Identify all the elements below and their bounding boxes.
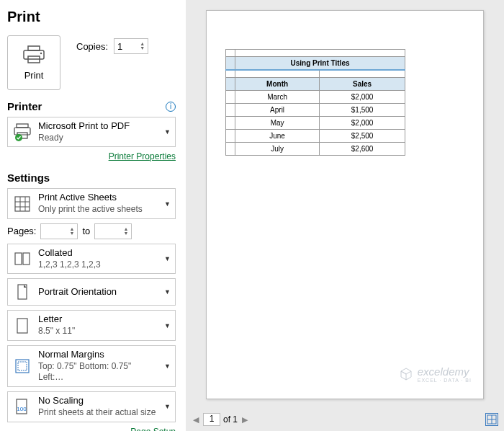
chevron-down-icon: ▼ <box>164 288 171 296</box>
copies-label: Copies: <box>76 41 108 52</box>
printer-section-head: Printer i <box>7 100 176 112</box>
svg-rect-8 <box>15 197 30 211</box>
preview-panel: Using Print Titles MonthSales March$2,00… <box>186 0 504 431</box>
margins-line2: Top: 0.75" Bottom: 0.75" Left:… <box>38 361 158 383</box>
svg-rect-16 <box>17 319 27 333</box>
page-total: of 1 <box>223 414 238 425</box>
settings-heading: Settings <box>7 172 50 184</box>
scope-line2: Only print the active sheets <box>38 204 158 216</box>
col-head-0: Month <box>235 77 320 90</box>
pages-to-label: to <box>82 226 90 236</box>
print-row: Print Copies: 1 ▲▼ <box>7 35 176 90</box>
table-title: Using Print Titles <box>235 57 405 71</box>
svg-text:100: 100 <box>17 406 27 412</box>
spinner-arrows-icon[interactable]: ▲▼ <box>70 227 75 236</box>
collate-line2: 1,2,3 1,2,3 1,2,3 <box>38 259 158 271</box>
settings-section-head: Settings <box>7 172 176 184</box>
portrait-icon <box>12 282 32 302</box>
sheets-icon <box>12 194 32 214</box>
scaling-line1: No Scaling <box>38 395 158 407</box>
paper-line2: 8.5" x 11" <box>38 326 158 337</box>
printer-properties-link[interactable]: Printer Properties <box>7 151 176 161</box>
spinner-arrows-icon[interactable]: ▲▼ <box>123 227 128 236</box>
cube-icon <box>399 367 413 381</box>
printer-icon <box>22 45 45 64</box>
scope-line1: Print Active Sheets <box>38 192 158 204</box>
svg-rect-14 <box>23 253 30 265</box>
info-icon[interactable]: i <box>166 102 176 112</box>
collate-line1: Collated <box>38 247 158 259</box>
spinner-arrows-icon[interactable]: ▲▼ <box>140 42 145 50</box>
scaling-select[interactable]: 100 No Scaling Print sheets at their act… <box>7 391 176 422</box>
scaling-icon: 100 <box>12 396 32 417</box>
copies-input[interactable]: 1 ▲▼ <box>114 38 148 54</box>
svg-rect-0 <box>28 46 40 50</box>
pages-range: Pages: ▲▼ to ▲▼ <box>7 223 176 239</box>
chevron-down-icon: ▼ <box>164 322 171 329</box>
printer-select[interactable]: Microsoft Print to PDF Ready ▼ <box>7 117 176 147</box>
page-setup-link[interactable]: Page Setup <box>7 427 176 432</box>
collate-select[interactable]: Collated 1,2,3 1,2,3 1,2,3 ▼ <box>7 244 176 274</box>
paper-select[interactable]: Letter 8.5" x 11" ▼ <box>7 310 176 340</box>
svg-rect-5 <box>14 128 30 135</box>
print-button-label: Print <box>24 70 44 81</box>
orientation-line1: Portrait Orientation <box>38 286 158 298</box>
pages-label: Pages: <box>7 226 36 236</box>
watermark-brand: exceldemy <box>418 365 472 378</box>
print-side-panel: Print Print Copies: 1 ▲▼ Printer i Micro… <box>0 0 186 431</box>
preview-page: Using Print Titles MonthSales March$2,00… <box>206 10 484 399</box>
collate-icon <box>12 249 32 269</box>
printer-name: Microsoft Print to PDF <box>38 120 158 133</box>
table-row: May$2,000 <box>226 116 405 129</box>
zoom-to-page-button[interactable] <box>485 413 498 426</box>
copies-group: Copies: 1 ▲▼ <box>76 38 148 54</box>
table-row: June$2,500 <box>226 129 405 142</box>
pages-to-input[interactable]: ▲▼ <box>94 223 132 239</box>
preview-area: Using Print Titles MonthSales March$2,00… <box>186 0 504 411</box>
svg-rect-18 <box>18 362 27 370</box>
watermark-tagline: EXCEL · DATA · BI <box>418 378 472 383</box>
paper-icon <box>12 316 32 336</box>
svg-point-3 <box>40 52 42 53</box>
table-row: March$2,000 <box>226 90 405 103</box>
zoom-icon <box>487 414 497 425</box>
sheet-table: Using Print Titles MonthSales March$2,00… <box>225 49 405 156</box>
pages-from-input[interactable]: ▲▼ <box>40 223 78 239</box>
printer-heading: Printer <box>7 100 42 112</box>
printer-status-icon <box>12 122 32 142</box>
svg-rect-4 <box>17 124 28 128</box>
svg-rect-1 <box>24 50 44 59</box>
table-row: April$1,500 <box>226 103 405 116</box>
paper-line1: Letter <box>38 314 158 326</box>
watermark: exceldemy EXCEL · DATA · BI <box>399 365 472 383</box>
table-row: July$2,600 <box>226 142 405 155</box>
copies-value: 1 <box>117 41 122 52</box>
chevron-down-icon: ▼ <box>164 128 171 135</box>
margins-line1: Normal Margins <box>38 349 158 361</box>
printer-status: Ready <box>38 133 158 144</box>
margins-icon <box>12 356 32 376</box>
margins-select[interactable]: Normal Margins Top: 0.75" Bottom: 0.75" … <box>7 345 176 387</box>
print-button[interactable]: Print <box>7 35 60 90</box>
chevron-down-icon: ▼ <box>164 363 171 370</box>
pager: ◀ 1 of 1 ▶ <box>186 411 504 431</box>
orientation-select[interactable]: Portrait Orientation ▼ <box>7 278 176 306</box>
scaling-line2: Print sheets at their actual size <box>38 407 158 419</box>
page-number-input[interactable]: 1 <box>203 413 220 426</box>
col-head-1: Sales <box>320 77 405 90</box>
svg-rect-13 <box>15 253 22 265</box>
chevron-down-icon: ▼ <box>164 255 171 262</box>
page-prev-button[interactable]: ◀ <box>192 415 200 425</box>
page-title: Print <box>7 9 176 25</box>
chevron-down-icon: ▼ <box>164 200 171 208</box>
page-next-button[interactable]: ▶ <box>240 415 249 425</box>
chevron-down-icon: ▼ <box>164 403 171 410</box>
print-scope-select[interactable]: Print Active Sheets Only print the activ… <box>7 188 176 218</box>
